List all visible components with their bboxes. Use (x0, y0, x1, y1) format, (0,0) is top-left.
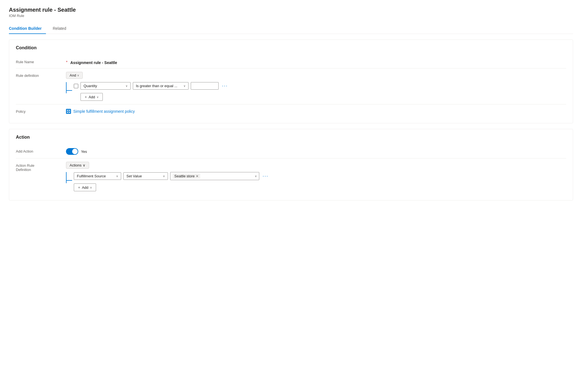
rule-add-button[interactable]: + Add ∨ (80, 93, 103, 101)
actions-chevron-icon: ∨ (83, 163, 85, 167)
rule-definition-row: Rule definition And ∨ (16, 68, 566, 104)
action-rule-content: Actions ∨ Fulfillment So (66, 162, 566, 191)
actions-button[interactable]: Actions ∨ (66, 162, 89, 169)
operator-dropdown-label: Is greater than or equal ... (136, 84, 177, 88)
action-rule-label: Action Rule Definition (16, 162, 66, 172)
action-section: Action Add Action Yes Action Rule Defini… (9, 129, 573, 200)
seattle-store-tag-select[interactable]: Seattle store ✕ ∨ (170, 172, 259, 180)
tab-bar: Condition Builder Related (9, 23, 573, 34)
action-add-button-label: Add (82, 185, 88, 190)
operator-chevron-icon: ∨ (184, 84, 185, 87)
condition-value-input[interactable]: 100 (191, 82, 219, 90)
condition-ellipsis-button[interactable]: ··· (221, 82, 229, 89)
operator-dropdown[interactable]: Is greater than or equal ... ∨ (133, 82, 189, 90)
action-item: Fulfillment Source ∨ Set Value ∨ Seattle… (74, 172, 566, 180)
svg-rect-1 (69, 110, 70, 111)
rule-definition-label: Rule definition (16, 72, 66, 78)
add-chevron-icon: ∨ (97, 95, 99, 99)
add-action-row: Add Action Yes (16, 144, 566, 158)
seattle-store-chip-text: Seattle store (174, 174, 195, 178)
and-chevron-icon: ∨ (77, 74, 79, 77)
svg-rect-3 (69, 112, 70, 113)
add-button-label: Add (89, 95, 95, 99)
policy-link-text: Simple fulfillment assignment policy (73, 109, 135, 114)
rule-definition-content: And ∨ Quant (66, 72, 566, 101)
action-section-title: Action (16, 135, 566, 140)
rule-name-label: Rule Name (16, 58, 66, 64)
condition-section: Condition Rule Name * Assignment rule - … (9, 40, 573, 123)
action-items: Fulfillment Source ∨ Set Value ∨ Seattle… (73, 172, 566, 191)
set-value-chevron-icon: ∨ (163, 175, 165, 178)
condition-item: Quantity ∨ Is greater than or equal ... … (74, 82, 566, 90)
add-action-toggle[interactable] (66, 148, 78, 155)
svg-rect-0 (67, 110, 68, 111)
condition-tree: Quantity ∨ Is greater than or equal ... … (66, 82, 566, 101)
condition-items: Quantity ∨ Is greater than or equal ... … (73, 82, 566, 101)
fulfillment-source-dropdown[interactable]: Fulfillment Source ∨ (74, 172, 121, 180)
condition-section-title: Condition (16, 45, 566, 50)
action-add-chevron-icon: ∨ (90, 186, 92, 189)
plus-icon: + (85, 95, 87, 99)
action-add-button[interactable]: + Add ∨ (74, 183, 96, 191)
add-action-label: Add Action (16, 148, 66, 153)
action-plus-icon: + (78, 185, 80, 190)
rule-name-row: Rule Name * Assignment rule - Seattle (16, 55, 566, 68)
policy-label: Policy (16, 108, 66, 114)
tab-related[interactable]: Related (53, 23, 70, 34)
toggle-container: Yes (66, 148, 87, 155)
page-header: Assignment rule - Seattle IOM Rule (9, 7, 573, 18)
page-subtitle: IOM Rule (9, 14, 573, 18)
tag-select-chevron-icon: ∨ (255, 175, 257, 178)
policy-icon (66, 109, 71, 114)
policy-link[interactable]: Simple fulfillment assignment policy (66, 109, 135, 114)
quantity-chevron-icon: ∨ (126, 84, 128, 87)
seattle-store-remove-button[interactable]: ✕ (196, 175, 199, 178)
actions-button-label: Actions (70, 163, 82, 167)
quantity-dropdown-label: Quantity (84, 84, 97, 88)
action-tree: Fulfillment Source ∨ Set Value ∨ Seattle… (66, 172, 566, 191)
and-button[interactable]: And ∨ (66, 72, 83, 79)
toggle-text: Yes (81, 150, 87, 154)
tab-condition-builder[interactable]: Condition Builder (9, 23, 46, 34)
required-star: * (66, 60, 67, 64)
rule-name-value: Assignment rule - Seattle (70, 59, 117, 65)
seattle-store-chip: Seattle store ✕ (173, 173, 200, 179)
policy-row: Policy Simple fulfillment assignment pol… (16, 104, 566, 117)
set-value-dropdown[interactable]: Set Value ∨ (123, 172, 168, 180)
action-ellipsis-button[interactable]: ··· (261, 173, 270, 180)
fulfillment-source-label: Fulfillment Source (77, 174, 106, 178)
action-rule-definition-row: Action Rule Definition Actions ∨ (16, 158, 566, 195)
fulfillment-chevron-icon: ∨ (116, 175, 118, 178)
quantity-dropdown[interactable]: Quantity ∨ (80, 82, 131, 90)
and-button-label: And (70, 73, 76, 77)
page-title: Assignment rule - Seattle (9, 7, 573, 13)
svg-rect-2 (67, 112, 68, 113)
condition-checkbox[interactable] (74, 84, 78, 88)
set-value-label: Set Value (126, 174, 142, 178)
